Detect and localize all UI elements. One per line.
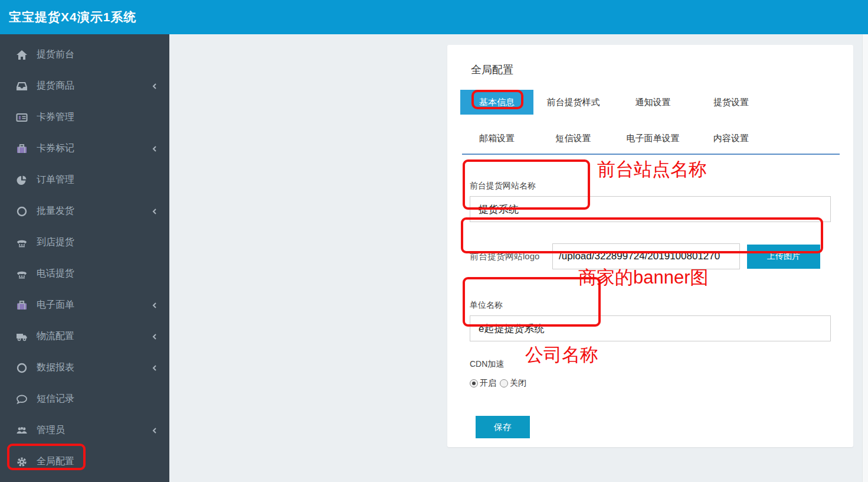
briefcase-icon — [16, 299, 28, 311]
tab-basic-info[interactable]: 基本信息 — [460, 90, 533, 115]
sidebar-item-card-mark[interactable]: 卡券标记 — [0, 133, 169, 164]
chevron-left-icon — [152, 364, 158, 372]
tab-front-style[interactable]: 前台提货样式 — [533, 90, 613, 115]
sidebar-item-card-manage[interactable]: 卡券管理 — [0, 102, 169, 133]
home-icon — [16, 49, 28, 61]
site-name-input[interactable] — [470, 196, 831, 222]
circle-icon — [16, 206, 28, 217]
phone-icon — [16, 237, 28, 249]
sidebar-item-pickup-goods[interactable]: 提货商品 — [0, 70, 169, 102]
tab-email-settings[interactable]: 邮箱设置 — [460, 128, 533, 149]
sidebar-item-sms-records[interactable]: 短信记录 — [0, 383, 169, 415]
cdn-on-label: 开启 — [480, 378, 496, 389]
save-button[interactable]: 保存 — [476, 416, 530, 438]
sidebar-item-label: 全局配置 — [37, 455, 74, 468]
company-name-label: 单位名称 — [470, 300, 831, 311]
chevron-left-icon — [152, 302, 158, 309]
upload-image-button[interactable]: 上传图片 — [747, 245, 820, 269]
global-config-panel: 全局配置 基本信息 前台提货样式 通知设置 提货设置 邮箱设置 短信设置 电子面… — [447, 45, 853, 447]
sidebar-item-label: 短信记录 — [37, 393, 74, 405]
chevron-left-icon — [152, 208, 158, 215]
chevron-left-icon — [152, 333, 158, 340]
sidebar-item-label: 批量发货 — [37, 205, 74, 217]
users-icon — [16, 425, 28, 437]
pie-chart-icon — [16, 174, 28, 186]
basic-info-form: 前台提货网站名称 前台提货网站logo 上传图片 单位名称 CDN加速 开启 关… — [447, 181, 853, 438]
app-title: 宝宝提货X4演示1系统 — [0, 9, 136, 25]
scrollbar-track[interactable] — [862, 34, 868, 482]
tab-pickup-settings[interactable]: 提货设置 — [693, 90, 769, 115]
briefcase-icon — [16, 143, 28, 155]
sidebar-item-pickup-front[interactable]: 提货前台 — [0, 39, 169, 70]
tab-notify-settings[interactable]: 通知设置 — [613, 90, 693, 115]
tabs-row-1: 基本信息 前台提货样式 通知设置 提货设置 — [460, 90, 853, 115]
logo-label: 前台提货网站logo — [470, 251, 552, 262]
cdn-off-option[interactable]: 关闭 — [500, 378, 526, 389]
sidebar-item-batch-ship[interactable]: 批量发货 — [0, 196, 169, 227]
sidebar-item-label: 数据报表 — [37, 362, 74, 374]
cdn-radio-group: 开启 关闭 — [470, 378, 831, 389]
sidebar-item-label: 卡券标记 — [37, 142, 74, 155]
sidebar-item-label: 电话提货 — [37, 268, 74, 280]
chevron-left-icon — [152, 145, 158, 152]
sidebar-item-admin[interactable]: 管理员 — [0, 415, 169, 446]
tab-underline — [462, 154, 840, 155]
chevron-left-icon — [152, 427, 158, 434]
tab-eorder-settings[interactable]: 电子面单设置 — [613, 128, 693, 149]
sidebar-item-logistics[interactable]: 物流配置 — [0, 321, 169, 352]
tab-content-settings[interactable]: 内容设置 — [693, 128, 769, 149]
logo-path-input[interactable] — [552, 243, 740, 269]
sidebar-item-label: 卡券管理 — [37, 111, 74, 123]
sidebar-item-label: 提货商品 — [37, 80, 74, 92]
sidebar-item-label: 订单管理 — [37, 174, 74, 186]
app-root: 宝宝提货X4演示1系统 提货前台 提货商品 卡券管理 卡券标记 订单管理 — [0, 0, 868, 482]
sidebar-item-order-manage[interactable]: 订单管理 — [0, 164, 169, 196]
company-name-input[interactable] — [470, 315, 831, 341]
chevron-left-icon — [152, 83, 158, 90]
cdn-off-label: 关闭 — [510, 378, 526, 389]
circle-icon — [16, 362, 28, 374]
id-card-icon — [16, 112, 28, 123]
gear-icon — [16, 456, 28, 468]
comment-icon — [16, 393, 28, 405]
topbar: 宝宝提货X4演示1系统 — [0, 0, 868, 34]
sidebar-item-label: 物流配置 — [37, 330, 74, 343]
truck-icon — [16, 331, 28, 343]
sidebar-item-store-pickup[interactable]: 到店提货 — [0, 227, 169, 258]
sidebar-item-label: 提货前台 — [37, 48, 74, 61]
logo-row: 前台提货网站logo 上传图片 — [470, 243, 831, 269]
sidebar-item-label: 电子面单 — [37, 299, 74, 311]
cdn-label: CDN加速 — [470, 359, 831, 370]
sidebar-item-label: 管理员 — [37, 424, 65, 437]
sidebar-item-phone-pickup[interactable]: 电话提货 — [0, 258, 169, 289]
page-title: 全局配置 — [471, 63, 853, 77]
sidebar-item-label: 到店提货 — [37, 236, 74, 249]
sidebar-item-reports[interactable]: 数据报表 — [0, 352, 169, 383]
tabs-row-2: 邮箱设置 短信设置 电子面单设置 内容设置 — [460, 128, 853, 149]
sidebar-item-eorder[interactable]: 电子面单 — [0, 289, 169, 321]
sidebar-item-global-config[interactable]: 全局配置 — [0, 446, 169, 477]
tab-sms-settings[interactable]: 短信设置 — [533, 128, 613, 149]
sidebar: 提货前台 提货商品 卡券管理 卡券标记 订单管理 批量发货 到店提货 — [0, 34, 169, 482]
radio-checked-icon[interactable] — [470, 379, 478, 387]
radio-unchecked-icon[interactable] — [500, 379, 508, 387]
cdn-on-option[interactable]: 开启 — [470, 378, 496, 389]
inbox-icon — [16, 80, 28, 92]
site-name-label: 前台提货网站名称 — [470, 181, 831, 191]
phone-icon — [16, 268, 28, 280]
